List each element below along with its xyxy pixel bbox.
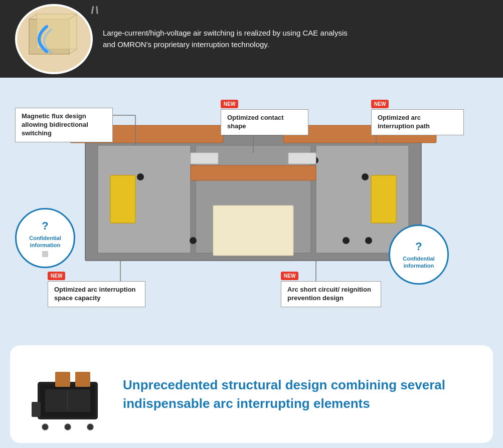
arc-short-circuit-label: Arc short circuit/ reignition prevention… xyxy=(281,281,381,307)
svg-point-39 xyxy=(65,424,71,430)
banner-product-image xyxy=(15,4,93,74)
svg-line-4 xyxy=(69,49,77,54)
svg-rect-37 xyxy=(75,372,90,387)
svg-rect-23 xyxy=(288,153,316,164)
banner-description: Large-current/high-voltage air switching… xyxy=(103,28,354,50)
new-badge-arc-path: NEW xyxy=(371,100,389,108)
confidential-right: ? Confidential information xyxy=(389,225,449,285)
top-banner: Large-current/high-voltage air switching… xyxy=(0,0,503,78)
svg-point-16 xyxy=(137,173,144,180)
optimized-arc-space-label: Optimized arc interruption space capacit… xyxy=(48,281,145,307)
optimized-contact-container: NEW Optimized contact shape xyxy=(221,99,308,135)
new-badge-contact: NEW xyxy=(221,100,238,108)
svg-point-38 xyxy=(42,424,48,430)
magnetic-flux-label: Magnetic flux design allowing bidirectio… xyxy=(15,108,113,142)
optimized-arc-path-container: NEW Optimized arc interruption path xyxy=(371,99,464,135)
product-image xyxy=(25,354,113,434)
svg-rect-41 xyxy=(32,402,41,417)
confidential-text-left: Confidential information xyxy=(17,235,74,249)
svg-rect-21 xyxy=(213,205,293,256)
confidential-text-right: Confidential information xyxy=(390,255,447,270)
svg-point-17 xyxy=(362,173,369,180)
confidential-left: ? Confidential information xyxy=(15,208,75,268)
arc-short-circuit-container: NEW Arc short circuit/ reignition preven… xyxy=(281,271,381,307)
bottom-banner: Unprecedented structural design combinin… xyxy=(10,345,493,443)
optimized-contact-label: Optimized contact shape xyxy=(221,109,308,135)
svg-rect-13 xyxy=(191,165,316,180)
new-badge-arc-space: NEW xyxy=(48,272,65,280)
svg-line-2 xyxy=(29,14,37,19)
svg-rect-22 xyxy=(191,153,218,164)
svg-rect-36 xyxy=(55,372,70,387)
svg-rect-11 xyxy=(110,175,135,223)
svg-rect-12 xyxy=(371,175,396,223)
optimized-arc-path-label: Optimized arc interruption path xyxy=(371,109,464,135)
bottom-headline: Unprecedented structural design combinin… xyxy=(123,376,478,412)
svg-point-19 xyxy=(343,237,350,244)
svg-point-20 xyxy=(365,237,372,244)
optimized-arc-space-container: NEW Optimized arc interruption space cap… xyxy=(48,271,145,307)
svg-point-40 xyxy=(87,424,93,430)
new-badge-arc-short: NEW xyxy=(281,272,298,280)
svg-point-18 xyxy=(190,237,197,244)
